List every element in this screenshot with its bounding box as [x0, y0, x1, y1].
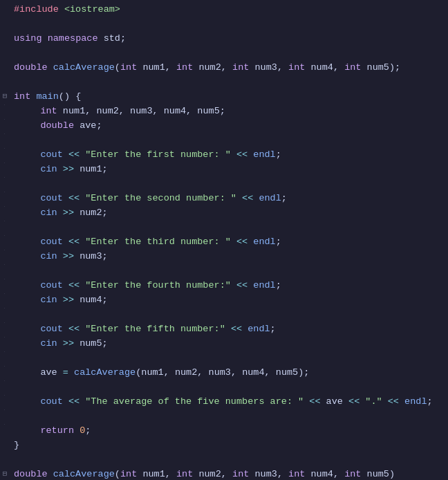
fold-gutter-27 — [4, 380, 14, 381]
fold-gutter-29 — [4, 409, 14, 410]
line-9: double ave; — [0, 119, 448, 133]
code-line-4 — [10, 46, 448, 61]
line-20: cout << "Enter the fourth number:" << en… — [0, 279, 448, 293]
code-line-9: double ave; — [14, 119, 448, 133]
line-32 — [0, 453, 448, 468]
fold-gutter-15 — [4, 206, 14, 207]
line-8: int num1, num2, num3, num4, num5; — [0, 104, 448, 119]
fold-gutter-17 — [4, 235, 14, 236]
code-line-21: cin >> num4; — [14, 293, 448, 308]
fold-gutter-1 — [0, 3, 10, 3]
code-line-25 — [14, 351, 448, 366]
line-17: cout << "Enter the third number: " << en… — [0, 235, 448, 250]
fold-gutter-20 — [4, 279, 14, 279]
code-line-16 — [14, 221, 448, 235]
code-line-17: cout << "Enter the third number: " << en… — [14, 235, 448, 250]
fold-gutter-10 — [4, 133, 14, 134]
line-5: double calcAverage(int num1, int num2, i… — [0, 61, 448, 75]
line-31: } — [0, 439, 448, 453]
code-line-24: cin >> num5; — [14, 337, 448, 351]
fold-gutter-19 — [4, 264, 14, 265]
code-line-22 — [14, 308, 448, 322]
code-line-30: return 0; — [14, 424, 448, 439]
line-12: cin >> num1; — [0, 163, 448, 177]
code-line-28: cout << "The average of the five numbers… — [14, 395, 448, 409]
code-line-5: double calcAverage(int num1, int num2, i… — [10, 61, 448, 75]
code-line-26: ave = calcAverage(num1, num2, num3, num4… — [14, 366, 448, 380]
fold-gutter-22 — [4, 308, 14, 308]
fold-gutter-21 — [4, 293, 14, 294]
code-line-10 — [14, 133, 448, 148]
fold-gutter-28 — [4, 395, 14, 396]
code-line-15: cin >> num2; — [14, 206, 448, 221]
line-28: cout << "The average of the five numbers… — [0, 395, 448, 409]
fold-gutter-2 — [0, 17, 10, 18]
code-line-27 — [14, 380, 448, 395]
fold-gutter-6 — [0, 75, 10, 76]
code-line-19 — [14, 264, 448, 279]
code-line-12: cin >> num1; — [14, 163, 448, 177]
code-line-11: cout << "Enter the first number: " << en… — [14, 148, 448, 163]
line-15: cin >> num2; — [0, 206, 448, 221]
code-line-7: int main() { — [10, 90, 448, 104]
code-line-2 — [10, 17, 448, 32]
line-21: cin >> num4; — [0, 293, 448, 308]
line-29 — [0, 409, 448, 424]
line-27 — [0, 380, 448, 395]
code-line-32 — [10, 453, 448, 468]
line-2 — [0, 17, 448, 32]
line-16 — [0, 221, 448, 235]
fold-gutter-4 — [0, 46, 10, 47]
fold-gutter-24 — [4, 337, 14, 338]
code-line-3: using namespace std; — [10, 32, 448, 46]
fold-gutter-7[interactable]: ⊟ — [0, 90, 10, 102]
code-line-8: int num1, num2, num3, num4, num5; — [14, 104, 448, 119]
code-line-13 — [14, 177, 448, 192]
fold-gutter-5 — [0, 61, 10, 62]
fold-gutter-8 — [4, 104, 14, 105]
code-line-23: cout << "Enter the fifth number:" << end… — [14, 322, 448, 337]
code-line-1: #include <iostream> — [10, 3, 448, 17]
line-23: cout << "Enter the fifth number:" << end… — [0, 322, 448, 337]
fold-gutter-18 — [4, 250, 14, 250]
fold-gutter-11 — [4, 148, 14, 149]
fold-gutter-3 — [0, 32, 10, 33]
line-6 — [0, 75, 448, 90]
code-line-6 — [10, 75, 448, 90]
line-22 — [0, 308, 448, 322]
fold-gutter-26 — [4, 366, 14, 367]
fold-gutter-9 — [4, 119, 14, 120]
line-30: return 0; — [0, 424, 448, 439]
line-11: cout << "Enter the first number: " << en… — [0, 148, 448, 163]
code-line-14: cout << "Enter the second number: " << e… — [14, 192, 448, 206]
fold-gutter-14 — [4, 192, 14, 192]
fold-gutter-23 — [4, 322, 14, 323]
line-14: cout << "Enter the second number: " << e… — [0, 192, 448, 206]
fold-gutter-16 — [4, 221, 14, 221]
fold-gutter-31 — [0, 439, 10, 439]
fold-gutter-32 — [0, 453, 10, 454]
code-line-29 — [14, 409, 448, 424]
code-line-31: } — [10, 439, 448, 453]
fold-gutter-30 — [4, 424, 14, 425]
fold-gutter-33[interactable]: ⊟ — [0, 468, 10, 480]
code-line-33: double calcAverage(int num1, int num2, i… — [10, 468, 448, 480]
line-24: cin >> num5; — [0, 337, 448, 351]
line-33: ⊟ double calcAverage(int num1, int num2,… — [0, 468, 448, 480]
fold-gutter-13 — [4, 177, 14, 178]
line-1: #include <iostream> — [0, 3, 448, 17]
line-19 — [0, 264, 448, 279]
code-editor: #include <iostream> using namespace std;… — [0, 0, 448, 480]
fold-gutter-25 — [4, 351, 14, 352]
line-3: using namespace std; — [0, 32, 448, 46]
line-25 — [0, 351, 448, 366]
line-10 — [0, 133, 448, 148]
line-13 — [0, 177, 448, 192]
line-4 — [0, 46, 448, 61]
code-line-20: cout << "Enter the fourth number:" << en… — [14, 279, 448, 293]
line-18: cin >> num3; — [0, 250, 448, 264]
code-line-18: cin >> num3; — [14, 250, 448, 264]
line-7: ⊟ int main() { — [0, 90, 448, 104]
fold-gutter-12 — [4, 163, 14, 163]
line-26: ave = calcAverage(num1, num2, num3, num4… — [0, 366, 448, 380]
